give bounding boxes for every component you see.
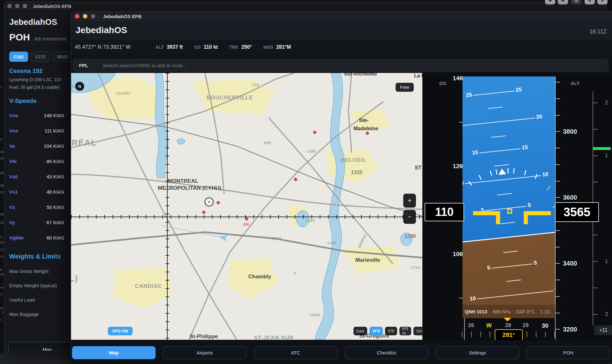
map-label: 1286 [404,233,416,239]
map-style-button[interactable]: IFR [385,327,397,335]
tick [556,164,560,165]
pfd-toggle-button[interactable]: PFD ON [108,327,133,335]
nav-button[interactable]: ATC [254,346,337,359]
minimize-button[interactable] [83,14,87,18]
weight-row: Useful Load [9,293,70,307]
pitch-label-left: 25 [463,92,472,99]
efb-window: JebediahOS EFB JebediahOS 16:11Z 45.4727… [71,11,612,362]
vspeed-value: 85 KIAS [47,159,64,164]
sidebar-map-button[interactable]: Map [8,342,71,351]
weight-row: Max Baggage [9,307,70,321]
tick [490,332,490,337]
nav-button[interactable]: Map [72,346,156,359]
dock-app-icon[interactable]: ✾ [558,0,568,4]
map-label: BOUCHERVILLE [207,95,253,101]
free-pan-button[interactable]: Free [396,83,414,92]
map-label: CSP5 [306,219,315,223]
code-fragment: s [0,318,2,321]
map-label: -241 [243,223,249,226]
poh-subtitle: Jeb memorized [34,36,67,41]
aircraft-tab[interactable]: SR22 [53,52,71,62]
tick [556,82,560,82]
aircraft-symbol-left [473,211,500,224]
tick [593,261,598,262]
altitude-tape-label: 3400 [563,260,577,267]
map-style-button[interactable]: VFR [369,327,383,335]
map-style-button[interactable]: SAT [413,327,422,335]
map-label: L) [71,274,78,283]
nav-button[interactable]: Airports [163,346,246,359]
weights-heading: Weights & Limits [9,253,61,260]
pitch-label-right: 25 [515,86,525,93]
aircraft-tab[interactable]: C172 [31,52,50,62]
vspeed-label: Vx [9,204,15,210]
dock-app-icon[interactable]: ✾ [545,0,555,4]
route-search-input[interactable] [102,62,608,68]
fpl-label: FPL [79,63,88,68]
tick [556,197,560,198]
weights-table: Max Gross WeightEmpty Weight (typical)Us… [9,264,70,321]
weight-row: Max Gross Weight [9,264,70,278]
bank-tick [513,168,514,173]
vsi-readout: +11 [594,325,612,335]
heading-label: W [486,322,492,329]
zoom-button-inactive[interactable] [23,4,27,8]
tick [593,103,598,103]
zoom-in-button[interactable]: + [403,194,416,208]
app-header: JebediahOS 16:11Z [71,21,612,40]
qnh-value: QNH 1013 [465,309,487,314]
zoom-button[interactable] [91,14,95,18]
nav-buttons: MapAirportsATCChecklistSettingsPOH [72,346,610,359]
vspeed-row: Vx 55 KIAS [9,199,64,215]
utc-clock: 16:11Z [589,28,607,35]
dock-app-icon[interactable]: a [597,0,608,4]
north-up-button[interactable]: N [75,82,84,91]
map-label: 3 [294,271,296,276]
aircraft-tab[interactable]: C152 [9,52,28,62]
vspeed-value: 149 KIAS [44,113,64,118]
map-label: ST [415,165,422,171]
nav-button[interactable]: Settings [436,346,519,359]
gs-caption: GS [439,81,446,86]
divider [9,248,65,248]
dock-app-icon[interactable]: ◍ [571,0,581,4]
map-style-button[interactable]: Dark [353,327,367,335]
minimize-button-inactive[interactable] [15,4,19,8]
pitch-label-right: 15 [521,144,531,151]
map-label: TRÉAL [71,138,97,148]
window-title: JebediahOS EFB [33,4,71,9]
zoom-out-button[interactable]: − [403,210,416,224]
nav-button[interactable]: POH [527,346,610,359]
vspeed-value: 48 KIAS [47,189,64,195]
map-label: Madeleine [353,126,378,132]
map-label: CRG3 [271,237,281,240]
vsi-label: 2 [605,100,608,106]
oat-value: OAT 8°C [516,309,535,314]
tick [556,296,560,297]
map-label: Chambly [248,274,271,280]
vspeeds-heading: V-Speeds [9,97,37,104]
altitude-tape-label: 3600 [563,194,577,201]
map-style-button[interactable]: IFR Hi [399,327,411,335]
tick [593,182,598,182]
nav-button[interactable]: Checklist [345,346,428,359]
map-label: ST-JEAN-SUR [254,335,294,340]
airspeed-readout: 110 [425,203,464,221]
vspeed-row: Vs0 43 KIAS [9,169,64,184]
vspeed-label: Vno [9,128,18,133]
status-hdg: HDG281°M [263,44,291,50]
vspeed-value: 60 KIAS [47,235,64,240]
vfr-sectional-map[interactable]: 616-662CA-0463BOUCHERVILLE216Sur-Richeli… [71,73,422,340]
close-button-inactive[interactable] [7,4,12,8]
tick [556,98,560,99]
altitude-tape-label: 3800 [563,128,577,135]
dock-app-icon[interactable]: a [585,0,595,4]
close-button[interactable] [75,14,79,18]
map-label: 1335 [351,170,362,175]
engine-spec: Lycoming O-235-L2C, 110 [9,77,61,82]
heading-pointer-icon [504,318,511,321]
map-label: METROPOLITAN (CYHU) [158,185,221,191]
map-label: Ste- [359,118,368,123]
vspeed-value: 104 KIAS [44,143,64,149]
pitch-label-right: 5 [528,201,537,209]
